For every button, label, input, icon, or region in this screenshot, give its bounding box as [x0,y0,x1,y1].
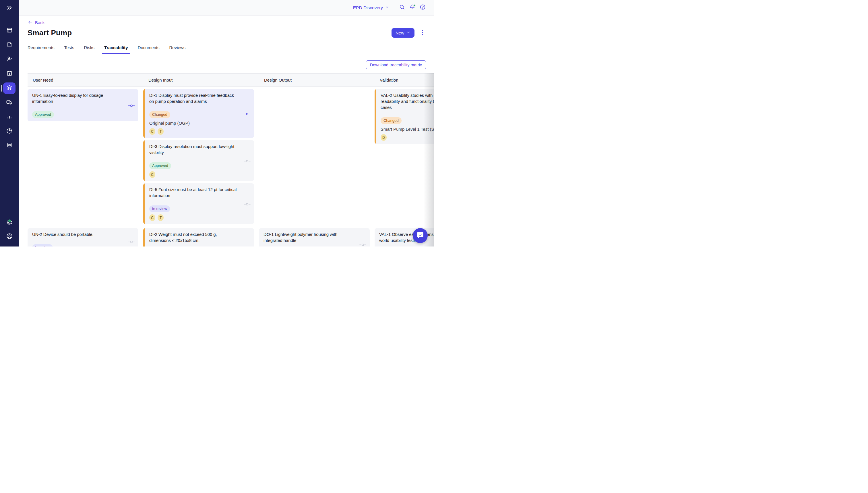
matrix-cell-user-need: UN-1 Easy-to-read display for dosage inf… [27,89,143,224]
back-label: Back [35,20,45,25]
sidebar-footer [0,212,19,246]
column-header-design-input: Design Input [143,78,259,83]
trace-link-icon[interactable] [128,240,135,243]
settings-notification-dot [8,219,11,222]
dashboard-icon [6,27,13,35]
layers-icon [6,84,13,92]
workspace-name: EPD Discovery [353,5,383,10]
tab-tests[interactable]: Tests [64,45,74,54]
tab-traceability[interactable]: Traceability [104,45,128,54]
sidebar-item-calendar-alert[interactable] [0,67,19,81]
trace-link-icon[interactable] [128,103,135,107]
chat-bubble-icon [416,231,424,240]
matrix-cell-validation: VAL-2 Usability studies with screen read… [374,89,434,224]
requirement-card[interactable]: UN-2 Device should be portable.In review [27,228,138,246]
tag-chip-c: C [149,171,155,178]
truck-icon [6,99,13,107]
sidebar-item-truck[interactable] [0,95,19,110]
sidebar-item-bar-chart[interactable] [0,110,19,124]
traceability-matrix: User NeedDesign InputDesign OutputValida… [27,73,434,246]
status-badge: In review [32,244,53,246]
database-icon [6,142,13,149]
more-options-button[interactable] [419,29,426,37]
topbar: EPD Discovery [19,0,434,16]
app-window: EPD Discovery [0,0,434,246]
sidebar-item-database[interactable] [0,138,19,153]
requirement-card[interactable]: DI-2 Weight must not exceed 500 g, dimen… [143,228,254,246]
notification-dot [413,4,416,7]
page-title: Smart Pump [27,28,72,38]
workspace-switcher[interactable]: EPD Discovery [353,5,389,10]
new-button-label: New [395,30,404,35]
matrix-cell-user-need: UN-2 Device should be portable.In review [27,228,143,246]
pie-chart-icon [6,128,13,135]
matrix-cell-design-input: DI-2 Weight must not exceed 500 g, dimen… [143,228,259,246]
status-badge: Changed [149,111,170,118]
tab-reviews[interactable]: Reviews [169,45,186,54]
status-badge: Approved [149,162,171,169]
card-title: DI-3 Display resolution must support low… [149,143,250,155]
requirement-card[interactable]: DO-1 Lightweight polymer housing with in… [259,228,370,246]
column-header-validation: Validation [374,78,434,83]
help-button[interactable] [417,3,428,13]
user-check-icon [6,56,13,64]
card-title: UN-1 Easy-to-read display for dosage inf… [32,92,134,104]
new-button[interactable]: New [391,28,414,38]
sidebar-divider [0,212,19,212]
card-subtitle: Original pump (OGP) [149,120,250,126]
download-traceability-matrix-button[interactable]: Download traceability matrix [366,60,426,69]
card-subtitle: Smart Pump Level 1 Test (SP-01) [381,126,434,132]
sidebar-item-account[interactable] [0,230,19,244]
sidebar-item-dashboard[interactable] [0,24,19,38]
column-header-user-need: User Need [27,78,143,83]
requirement-card[interactable]: VAL-2 Usability studies with screen read… [374,89,434,144]
chevron-down-icon [407,30,410,35]
matrix-cell-design-input: DI-1 Display must provide real-time feed… [143,89,259,224]
requirement-card[interactable]: DI-1 Display must provide real-time feed… [143,89,254,138]
sidebar-item-settings[interactable] [0,216,19,230]
tab-risks[interactable]: Risks [84,45,94,54]
tab-bar: RequirementsTestsRisksTraceabilityDocume… [27,45,426,54]
status-badge: In review [149,206,170,212]
main-content: Back Smart Pump New RequirementsTestsRis… [19,16,434,246]
arrow-left-icon [27,20,33,26]
notifications-button[interactable] [407,3,417,13]
back-link[interactable]: Back [27,20,45,26]
trace-link-icon[interactable] [244,159,251,162]
chat-launcher-button[interactable] [413,228,428,243]
calendar-alert-icon [6,70,13,78]
matrix-header-row: User NeedDesign InputDesign OutputValida… [27,73,434,86]
tag-chip-t: T [158,214,164,221]
status-badge: Approved [32,111,54,118]
requirement-card[interactable]: DI-5 Font size must be at least 12 pt fo… [143,183,254,224]
requirement-card[interactable]: DI-3 Display resolution must support low… [143,140,254,181]
tag-chip-c: C [149,214,155,221]
card-title: DI-2 Weight must not exceed 500 g, dimen… [149,231,250,243]
document-icon [6,41,13,49]
tab-requirements[interactable]: Requirements [27,45,54,54]
trace-link-icon[interactable] [244,202,251,206]
tag-chip-d: D [381,134,387,141]
sidebar-item-user-check[interactable] [0,52,19,67]
card-title: VAL-2 Usability studies with screen read… [381,92,434,110]
search-button[interactable] [397,3,407,13]
column-header-design-output: Design Output [259,78,374,83]
matrix-row: UN-2 Device should be portable.In review… [27,228,434,246]
tab-documents[interactable]: Documents [138,45,160,54]
trace-link-icon[interactable] [359,242,366,246]
sidebar-item-pie-chart[interactable] [0,124,19,138]
card-title: DI-1 Display must provide real-time feed… [149,92,250,104]
matrix-body: UN-1 Easy-to-read display for dosage inf… [27,89,434,246]
status-badge: Changed [381,117,402,124]
matrix-cell-design-output [259,89,374,224]
requirement-card[interactable]: UN-1 Easy-to-read display for dosage inf… [27,89,138,121]
matrix-row: UN-1 Easy-to-read display for dosage inf… [27,89,434,224]
account-icon [6,233,13,241]
sidebar-item-layers[interactable] [0,81,19,95]
sidebar-expand-button[interactable] [4,5,15,12]
chevron-down-icon [385,5,389,10]
sidebar-nav [0,24,19,153]
trace-link-icon[interactable] [244,112,251,115]
card-title: DO-1 Lightweight polymer housing with in… [264,231,366,243]
sidebar-item-document[interactable] [0,38,19,52]
